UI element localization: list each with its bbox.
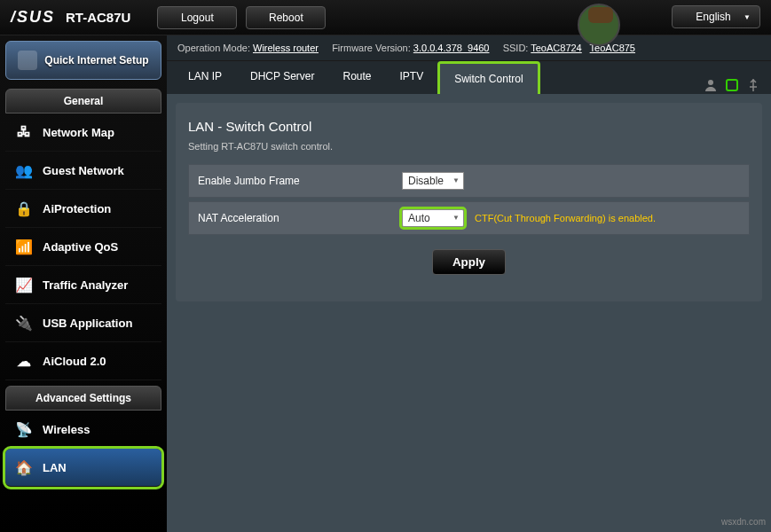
op-mode-label: Operation Mode: — [177, 43, 250, 53]
settings-panel: LAN - Switch Control Setting RT-AC87U sw… — [176, 103, 762, 301]
sidebar-item-adaptive-qos[interactable]: 📶Adaptive QoS — [5, 228, 161, 266]
reboot-button[interactable]: Reboot — [246, 6, 326, 29]
nav-label: LAN — [43, 461, 67, 474]
sidebar-item-lan[interactable]: 🏠LAN — [5, 449, 161, 487]
qis-label: Quick Internet Setup — [44, 54, 148, 66]
tab-route[interactable]: Route — [328, 61, 385, 94]
sidebar-item-aiprotection[interactable]: 🔒AiProtection — [5, 190, 161, 228]
nav-icon: 🔌 — [14, 313, 34, 332]
sidebar-item-usb-application[interactable]: 🔌USB Application — [5, 304, 161, 342]
tab-lan-ip[interactable]: LAN IP — [174, 61, 236, 94]
quick-internet-setup-button[interactable]: Quick Internet Setup — [5, 41, 161, 80]
language-select[interactable]: English — [672, 5, 760, 28]
link-icon[interactable] — [725, 78, 739, 92]
sidebar-item-wireless[interactable]: 📡Wireless — [5, 411, 161, 449]
apply-button[interactable]: Apply — [432, 249, 506, 275]
fw-value[interactable]: 3.0.0.4.378_9460 — [413, 43, 490, 53]
usb-icon[interactable] — [746, 78, 760, 92]
setting-label: Enable Jumbo Frame — [198, 175, 402, 187]
nav-label: AiCloud 2.0 — [43, 355, 106, 368]
sidebar-item-network-map[interactable]: 🖧Network Map — [5, 113, 161, 152]
tab-switch-control[interactable]: Switch Control — [437, 61, 539, 94]
op-mode-value[interactable]: Wireless router — [253, 43, 319, 53]
setting-row: Enable Jumbo FrameDisable — [188, 164, 750, 198]
advanced-header: Advanced Settings — [5, 386, 161, 411]
nav-icon: 📈 — [14, 275, 34, 294]
topbar: /SUS RT-AC87U Logout Reboot English — [0, 0, 771, 35]
setting-select[interactable]: Auto — [402, 209, 464, 227]
model-name: RT-AC87U — [66, 10, 130, 25]
main-panel: Operation Mode: Wireless router Firmware… — [167, 35, 771, 532]
fw-label: Firmware Version: — [332, 43, 411, 53]
setting-label: NAT Acceleration — [198, 212, 402, 224]
setting-note: CTF(Cut Through Forwarding) is enabled. — [475, 213, 656, 223]
sidebar: Quick Internet Setup General 🖧Network Ma… — [0, 35, 167, 532]
ssid1[interactable]: TeoAC8724 — [531, 43, 582, 53]
nav-icon: ☁ — [14, 351, 34, 371]
container: Quick Internet Setup General 🖧Network Ma… — [0, 35, 771, 532]
nav-label: Network Map — [43, 126, 114, 139]
panel-title: LAN - Switch Control — [188, 119, 750, 134]
avatar-icon — [578, 4, 620, 46]
user-icon[interactable] — [704, 78, 718, 92]
tabs: LAN IPDHCP ServerRouteIPTVSwitch Control — [167, 61, 771, 94]
svg-point-0 — [708, 80, 713, 85]
nav-icon: 🏠 — [14, 458, 34, 477]
status-icons — [704, 78, 760, 92]
nav-icon: 📶 — [14, 237, 34, 256]
wand-icon — [18, 51, 37, 70]
sidebar-item-aicloud-2-0[interactable]: ☁AiCloud 2.0 — [5, 342, 161, 380]
brand-logo: /SUS — [11, 8, 55, 27]
nav-label: Traffic Analyzer — [43, 278, 128, 292]
tab-dhcp-server[interactable]: DHCP Server — [236, 61, 328, 94]
ssid-label: SSID: — [503, 43, 529, 53]
panel-description: Setting RT-AC87U switch control. — [188, 141, 750, 152]
status-bar: Operation Mode: Wireless router Firmware… — [167, 35, 771, 61]
setting-row: NAT AccelerationAutoCTF(Cut Through Forw… — [188, 201, 750, 235]
nav-label: AiProtection — [43, 202, 111, 215]
nav-icon: 🔒 — [14, 199, 34, 218]
nav-icon: 👥 — [14, 160, 34, 180]
setting-select[interactable]: Disable — [402, 172, 464, 190]
nav-icon: 🖧 — [14, 122, 34, 142]
nav-label: USB Application — [43, 317, 132, 330]
general-header: General — [5, 89, 161, 113]
nav-icon: 📡 — [14, 419, 34, 439]
nav-label: Wireless — [43, 423, 90, 436]
logout-button[interactable]: Logout — [157, 6, 237, 29]
svg-rect-1 — [727, 80, 737, 90]
sidebar-item-guest-network[interactable]: 👥Guest Network — [5, 152, 161, 190]
sidebar-item-traffic-analyzer[interactable]: 📈Traffic Analyzer — [5, 266, 161, 304]
nav-label: Guest Network — [43, 164, 124, 177]
tab-iptv[interactable]: IPTV — [386, 61, 438, 94]
nav-label: Adaptive QoS — [43, 240, 118, 254]
watermark: wsxdn.com — [721, 517, 766, 527]
